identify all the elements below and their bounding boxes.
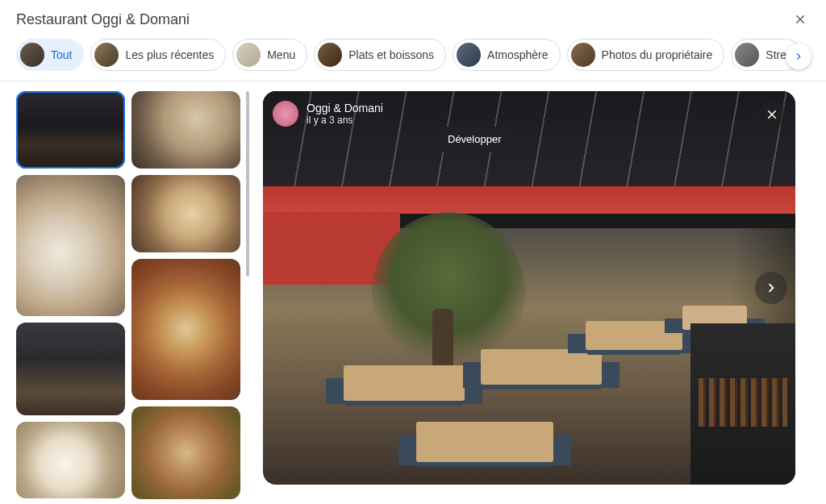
avatar: [273, 101, 298, 127]
thumbnail[interactable]: [16, 422, 125, 498]
chip-label: Menu: [267, 48, 295, 61]
chip-thumb-icon: [236, 43, 261, 67]
chevron-right-icon: [762, 279, 780, 297]
chip-thumb-icon: [20, 43, 44, 67]
thumbnail[interactable]: [131, 175, 240, 252]
chip-thumb-icon: [318, 43, 342, 67]
filter-chip-recent[interactable]: Les plus récentes: [90, 39, 226, 71]
photo-next-button[interactable]: [755, 272, 787, 304]
thumbnail[interactable]: [131, 91, 240, 169]
uploader-info[interactable]: Oggi & Domani il y a 3 ans: [273, 101, 383, 127]
chip-label: Atmosphère: [487, 48, 548, 61]
scrollbar[interactable]: [245, 91, 250, 504]
photo-decor: [263, 186, 795, 214]
main-photo[interactable]: Oggi & Domani il y a 3 ans Développer: [263, 91, 795, 485]
page-title: Restaurant Oggi & Domani: [16, 11, 190, 28]
photo-close-button[interactable]: [758, 101, 786, 128]
filter-chip-all[interactable]: Tout: [16, 39, 84, 71]
expand-tooltip: Développer: [436, 127, 513, 152]
thumbnail[interactable]: [16, 175, 125, 316]
chip-label: Les plus récentes: [125, 48, 214, 61]
thumbnail-grid: [0, 81, 240, 504]
thumbnail[interactable]: [16, 91, 125, 169]
uploader-name: Oggi & Domani: [307, 102, 383, 115]
filter-chip-food[interactable]: Plats et boissons: [314, 39, 446, 71]
thumbnail[interactable]: [131, 259, 240, 400]
chip-thumb-icon: [94, 43, 119, 67]
filter-chip-owner[interactable]: Photos du propriétaire: [567, 39, 725, 71]
thumbnail[interactable]: [131, 406, 240, 499]
chip-thumb-icon: [571, 43, 595, 67]
chip-label: Photos du propriétaire: [602, 48, 713, 61]
close-button[interactable]: [791, 10, 810, 29]
thumbnail[interactable]: [16, 323, 125, 415]
filter-chip-menu[interactable]: Menu: [232, 39, 307, 71]
close-icon: [765, 107, 779, 122]
filter-bar: Tout Les plus récentes Menu Plats et boi…: [0, 35, 826, 81]
filter-chip-atmosphere[interactable]: Atmosphère: [453, 39, 560, 71]
chevron-right-icon: [792, 50, 805, 63]
chip-label: Tout: [51, 48, 72, 61]
uploader-time: il y a 3 ans: [307, 115, 383, 126]
photo-decor: [699, 378, 787, 427]
chip-thumb-icon: [735, 43, 759, 67]
chip-thumb-icon: [457, 43, 481, 67]
filters-next-button[interactable]: [786, 44, 811, 69]
close-icon: [793, 12, 807, 27]
chip-label: Plats et boissons: [348, 48, 434, 61]
